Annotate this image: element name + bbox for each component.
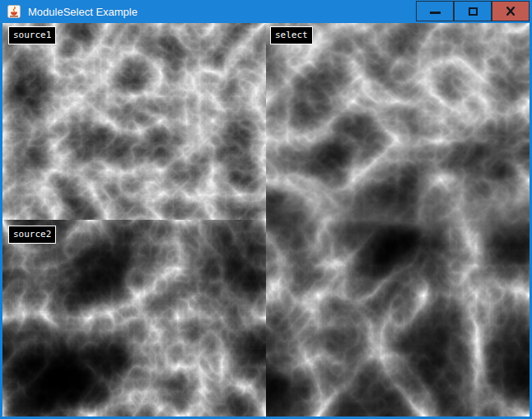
select-label: select	[270, 26, 313, 44]
titlebar-buttons	[416, 1, 530, 21]
close-button[interactable]	[492, 1, 530, 21]
titlebar[interactable]: ModuleSelect Example	[0, 0, 532, 23]
render-area: select source1 source2	[2, 23, 530, 417]
app-window: ModuleSelect Example	[0, 0, 532, 419]
source2-label: source2	[8, 226, 56, 244]
source2-panel: source2	[2, 220, 266, 417]
source1-noise-image	[2, 23, 266, 220]
source1-label: source1	[8, 26, 56, 44]
close-icon	[506, 7, 516, 16]
maximize-icon	[469, 7, 478, 16]
source2-noise-image	[2, 220, 266, 417]
java-coffee-cup-icon	[7, 5, 21, 18]
minimize-button[interactable]	[416, 1, 454, 21]
minimize-icon	[430, 12, 441, 14]
maximize-button[interactable]	[454, 1, 492, 21]
source1-panel: source1	[2, 23, 266, 220]
window-title: ModuleSelect Example	[28, 6, 138, 18]
